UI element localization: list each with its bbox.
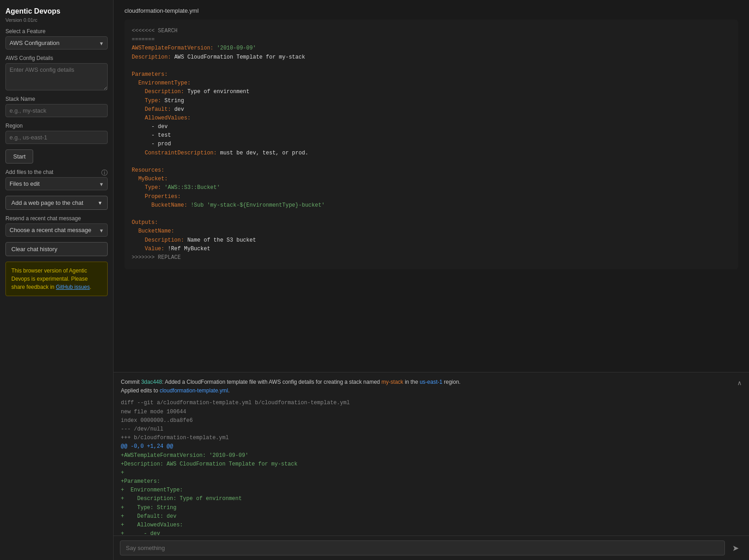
send-icon: ➤ — [732, 543, 739, 553]
github-issues-link[interactable]: GitHub issues — [56, 284, 90, 290]
warning-box: This browser version of Agentic Devops i… — [5, 262, 108, 296]
collapse-icon[interactable]: ∧ — [737, 378, 742, 388]
add-files-row: Add files to the chat ⓘ — [5, 169, 108, 177]
feature-select[interactable]: AWS Configuration Other Feature — [5, 36, 108, 50]
feature-select-wrapper: AWS Configuration Other Feature — [5, 36, 108, 50]
warning-suffix: . — [90, 284, 91, 290]
send-button[interactable]: ➤ — [729, 541, 743, 555]
commit-stack: my-stack — [382, 379, 403, 385]
version-label: Version 0.01rc — [5, 17, 108, 23]
applied-file: cloudformation-template.yml — [159, 387, 228, 394]
feature-label: Select a Feature — [5, 28, 108, 35]
code-block: <<<<<<< SEARCH ======= AWSTemplateFormat… — [124, 20, 738, 269]
commit-region-suffix: region. — [442, 379, 461, 385]
region-field: Region — [5, 123, 108, 144]
commit-line: Commit 3dac448: Added a CloudFormation t… — [121, 378, 742, 395]
aws-config-textarea[interactable] — [5, 63, 108, 90]
applied-suffix: . — [228, 387, 229, 394]
feature-select-field: Select a Feature AWS Configuration Other… — [5, 28, 108, 50]
add-web-page-label: Add a web page to the chat — [11, 199, 83, 206]
files-select[interactable]: Files to edit — [5, 177, 108, 190]
chat-input[interactable] — [120, 540, 725, 555]
main-panel: cloudformation-template.yml <<<<<<< SEAR… — [114, 0, 749, 560]
stack-name-label: Stack Name — [5, 96, 108, 102]
add-files-label: Add files to the chat — [5, 169, 53, 175]
commit-hash: 3dac448 — [141, 379, 162, 385]
chevron-down-icon: ▾ — [99, 199, 102, 206]
code-area: cloudformation-template.yml <<<<<<< SEAR… — [114, 0, 749, 372]
commit-mid: : Added a CloudFormation template file w… — [162, 379, 382, 385]
clear-history-button[interactable]: Clear chat history — [5, 242, 108, 256]
aws-config-label: AWS Config Details — [5, 55, 108, 61]
diff-block: diff --git a/cloudformation-template.yml… — [121, 399, 742, 535]
region-label: Region — [5, 123, 108, 129]
commit-region: us-east-1 — [420, 379, 442, 385]
applied-prefix: Applied edits to — [121, 387, 159, 394]
aws-config-field: AWS Config Details — [5, 55, 108, 90]
files-select-wrapper: Files to edit — [5, 177, 108, 190]
app-title: Agentic Devops — [5, 7, 108, 15]
add-files-info-icon[interactable]: ⓘ — [101, 169, 108, 177]
resend-label: Resend a recent chat message — [5, 215, 108, 222]
region-input[interactable] — [5, 131, 108, 144]
chat-output: Commit 3dac448: Added a CloudFormation t… — [114, 372, 749, 535]
resend-select-wrapper: Choose a recent chat message — [5, 223, 108, 237]
stack-name-field: Stack Name — [5, 96, 108, 117]
resend-select[interactable]: Choose a recent chat message — [5, 223, 108, 237]
add-files-field: Add files to the chat ⓘ Files to edit — [5, 169, 108, 190]
commit-text: Commit 3dac448: Added a CloudFormation t… — [121, 378, 461, 395]
stack-name-input[interactable] — [5, 104, 108, 117]
chat-input-bar: ➤ — [114, 535, 749, 560]
add-web-page-button[interactable]: Add a web page to the chat ▾ — [5, 196, 108, 210]
start-button[interactable]: Start — [5, 149, 33, 164]
file-title: cloudformation-template.yml — [124, 7, 738, 14]
resend-field: Resend a recent chat message Choose a re… — [5, 215, 108, 237]
commit-region-mid: in the — [403, 379, 420, 385]
commit-prefix: Commit — [121, 379, 141, 385]
sidebar: Agentic Devops Version 0.01rc Select a F… — [0, 0, 114, 560]
